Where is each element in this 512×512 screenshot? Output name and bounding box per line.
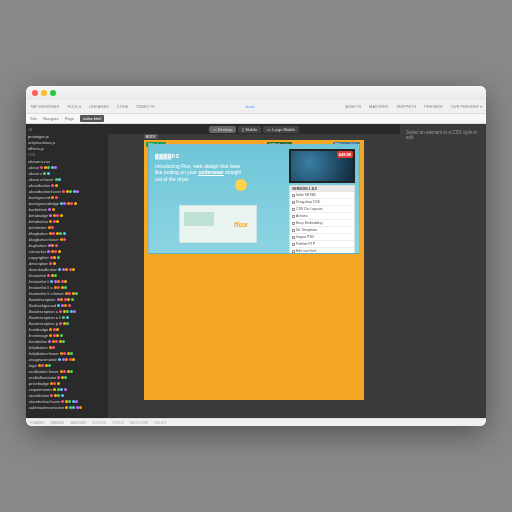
footer-item[interactable]: STYLES [93,421,106,425]
hero-copy: Introducing Flux, web design that feels … [155,163,245,182]
minimize-icon[interactable] [41,90,47,96]
promo-box[interactable]: $49.99 [289,149,355,183]
toolbar-snippets[interactable]: SNIPPETS [396,104,416,109]
titlebar [26,86,486,100]
device-bar: ▭ Desktop ▯ Mobile ▭ Large Mobile [108,124,400,134]
zoom-icon[interactable] [50,90,56,96]
toolbar: TAP DESIGNER FLUX ▾ LINKAGES CODE OBJECT… [26,100,486,114]
version-item[interactable]: Easy Embedding [290,220,354,227]
version-item[interactable]: CSS Div Layouts [290,206,354,213]
sidebar-item[interactable]: .subheadercontainer [28,404,106,410]
canvas-area: ▭ Desktop ▯ Mobile ▭ Large Mobile BODY D… [108,124,400,418]
toolbar-live-preview[interactable]: LIVE PREVIEW ▾ [451,104,482,109]
inspector-panel: Select an element or a CSS style to edit… [400,124,486,418]
checkbox-icon [292,243,295,246]
tag-body[interactable]: BODY [144,134,158,139]
building-graphic: flux [179,205,257,243]
sidebar: JS prototype.jsscriptaculous.jseffects.j… [26,124,108,418]
toolbar-preview[interactable]: PREVIEW [424,104,442,109]
device-desktop[interactable]: ▭ Desktop [209,126,237,133]
toolbar-linkages[interactable]: LINKAGES [89,104,109,109]
inspector-placeholder: Select an element or a CSS style to edit… [406,130,480,140]
breadcrumb-bar: Site Navigate Page index.html [26,114,486,124]
checkbox-icon [292,215,295,218]
footer: FRAMESIMAGESMARGINSSTYLESTOOLSSELECTEDRU… [26,418,486,426]
toolbar-flux[interactable]: FLUX ▾ [67,104,80,109]
toolbar-objects[interactable]: OBJECTS [136,104,154,109]
toolbar-code[interactable]: CODE [117,104,129,109]
version-item[interactable]: Actions [290,213,354,220]
price-badge: $49.99 [337,151,353,158]
footer-item[interactable]: FRAMES [30,421,45,425]
checkbox-icon [292,236,295,239]
page-preview[interactable]: BODY DIV .class DIV span container NAV #… [144,140,364,400]
close-icon[interactable] [32,90,38,96]
footer-item[interactable]: TOOLS [112,421,124,425]
toolbar-assets[interactable]: ASSETS [345,104,361,109]
device-mobile[interactable]: ▯ Mobile [238,126,261,133]
checkbox-icon [292,250,295,253]
breadcrumb-navigate[interactable]: Navigate [43,116,59,121]
footer-item[interactable]: MARGINS [70,421,86,425]
footer-item[interactable]: SELECTED [130,421,148,425]
toolbar-tap-designer[interactable]: TAP DESIGNER [30,104,59,109]
sidebar-item[interactable]: effects.js [28,145,106,151]
version-item[interactable]: Publish FTP [290,241,354,248]
checkbox-icon [292,208,295,211]
checkbox-icon [292,201,295,204]
hero[interactable]: ▓▓▓▓RS Introducing Flux, web design that… [148,144,360,254]
breadcrumb-page: Page [65,116,74,121]
version-item[interactable]: Import PSD [290,234,354,241]
main: JS prototype.jsscriptaculous.jseffects.j… [26,124,486,418]
version-item[interactable]: No Templates [290,227,354,234]
version-item[interactable]: Drag-drop CSS [290,199,354,206]
toolbar-show[interactable]: show [245,104,254,109]
device-large-mobile[interactable]: ▭ Large Mobile [263,126,299,133]
footer-item[interactable]: RULES [154,421,166,425]
sidebar-section-js: JS [28,128,106,132]
sidebar-section-css: CSS [28,153,106,157]
hero-sidebar: $49.99 VERSION 1.8.X Valid XHTMLDrag-dro… [289,149,355,254]
breadcrumb-current[interactable]: index.html [80,115,104,122]
sun-icon [235,179,247,191]
checkbox-icon [292,222,295,225]
version-item[interactable]: Valid XHTML [290,192,354,199]
footer-item[interactable]: IMAGES [51,421,65,425]
toolbar-masters[interactable]: MASTERS [369,104,388,109]
version-box: VERSION 1.8.X Valid XHTMLDrag-drop CSSCS… [289,185,355,254]
checkbox-icon [292,229,295,232]
checkbox-icon [292,194,295,197]
hero-brand: ▓▓▓▓RS [155,153,180,159]
app-window: TAP DESIGNER FLUX ▾ LINKAGES CODE OBJECT… [26,86,486,426]
flux-logo: flux [234,220,248,229]
canvas[interactable]: BODY DIV .class DIV span container NAV #… [108,134,400,418]
version-item[interactable]: Edit raw html [290,248,354,254]
breadcrumb-site: Site [30,116,37,121]
